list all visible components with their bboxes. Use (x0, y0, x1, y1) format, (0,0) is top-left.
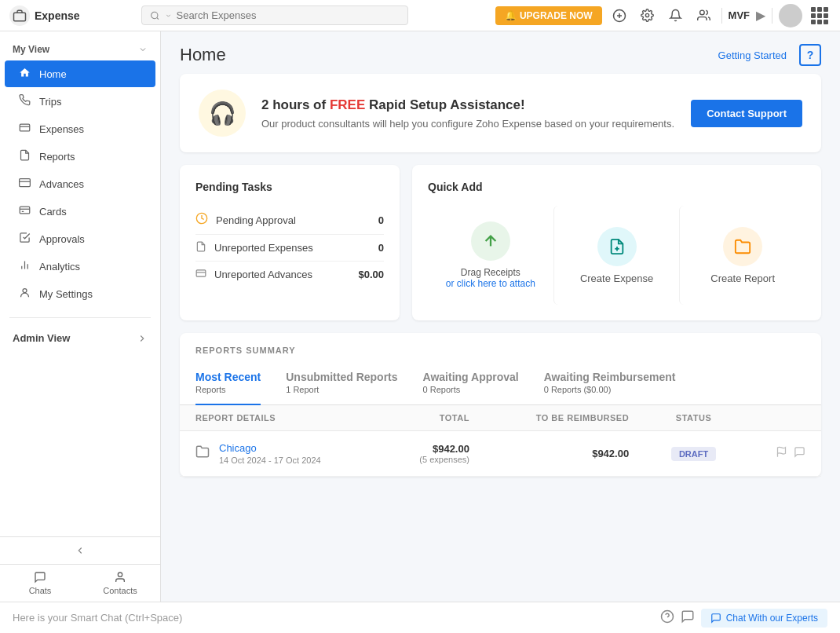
search-input[interactable] (176, 9, 400, 21)
col-status: STATUS (645, 405, 743, 431)
sidebar-collapse-btn[interactable] (0, 536, 160, 564)
contact-support-button[interactable]: Contact Support (691, 100, 802, 127)
approvals-icon (17, 232, 31, 246)
sidebar-item-approvals[interactable]: Approvals (5, 225, 155, 252)
reports-tabs: Most Recent Reports Unsubmitted Reports … (180, 364, 821, 405)
smart-chat-help-icon[interactable] (660, 609, 674, 626)
tab-awaiting-reimbursement[interactable]: Awaiting Reimbursement 0 Reports ($0.00) (544, 364, 676, 404)
upgrade-button[interactable]: 🔔 UPGRADE NOW (495, 6, 602, 25)
notifications-icon[interactable] (665, 5, 687, 27)
tab-most-recent[interactable]: Most Recent Reports (195, 364, 261, 405)
promo-text: 2 hours of FREE Rapid Setup Assistance! … (261, 97, 675, 130)
report-date: 14 Oct 2024 - 17 Oct 2024 (219, 456, 321, 465)
sidebar-item-my-settings[interactable]: My Settings (5, 280, 155, 307)
pending-approval-icon (195, 212, 208, 228)
table-header-row: REPORT DETAILS TOTAL TO BE REIMBURSED ST… (180, 405, 821, 431)
col-total: TOTAL (381, 405, 485, 431)
my-view-header[interactable]: My View (0, 39, 160, 60)
brand-name: Expense (35, 9, 80, 22)
quick-add-title: Quick Add (428, 181, 805, 193)
svg-rect-10 (19, 179, 30, 187)
chevron-right-icon (137, 333, 148, 344)
reports-section-header: REPORTS SUMMARY (180, 333, 821, 355)
apps-grid-icon[interactable] (809, 5, 831, 27)
drag-receipts-item[interactable]: Drag Receipts or click here to attach (428, 206, 553, 305)
svg-rect-12 (20, 207, 30, 214)
getting-started-link[interactable]: Getting Started (718, 49, 787, 61)
cards-row: Pending Tasks Pending Approval 0 Unrepor… (180, 165, 821, 320)
report-reimbursed: $942.00 (592, 448, 629, 459)
search-bar[interactable] (141, 5, 408, 25)
unreported-advances-row: Unreported Advances $0.00 (195, 262, 384, 287)
chevron-down-icon (165, 12, 172, 20)
svg-point-7 (700, 10, 705, 15)
svg-point-6 (645, 13, 648, 16)
report-reimbursed-cell: $942.00 (485, 431, 645, 477)
drag-receipts-icon (471, 221, 510, 261)
pending-approval-row: Pending Approval 0 (195, 206, 384, 235)
create-report-item[interactable]: Create Report (679, 206, 805, 305)
col-actions (743, 405, 821, 431)
sidebar-item-reports[interactable]: Reports (5, 143, 155, 170)
flag-icon[interactable] (776, 446, 787, 461)
smart-chat-placeholder[interactable]: Here is your Smart Chat (Ctrl+Space) (13, 612, 651, 624)
chevron-down-icon (138, 45, 148, 54)
report-total-cell: $942.00 (5 expenses) (381, 431, 485, 477)
chat-with-experts-button[interactable]: Chat With our Experts (701, 609, 827, 628)
footer-chats[interactable]: Chats (0, 565, 80, 602)
svg-line-2 (157, 17, 159, 19)
report-name[interactable]: Chicago (219, 442, 321, 454)
add-icon[interactable] (608, 5, 630, 27)
cards-icon (17, 204, 31, 218)
analytics-icon (17, 259, 31, 273)
action-icons (758, 446, 805, 461)
sidebar-item-cards[interactable]: Cards (5, 198, 155, 225)
pending-tasks-title: Pending Tasks (195, 181, 384, 193)
avatar[interactable] (779, 4, 802, 27)
page-header: Home Getting Started ? (161, 31, 840, 74)
layout: My View Home Trips Expenses (0, 31, 840, 602)
brand-logo: Expense (9, 5, 135, 26)
help-button[interactable]: ? (799, 44, 821, 66)
promo-icon: 🎧 (199, 90, 246, 137)
org-name: MVF (729, 9, 750, 21)
reports-summary-title: REPORTS SUMMARY (195, 346, 805, 355)
settings-icon[interactable] (637, 5, 659, 27)
reports-icon (17, 149, 31, 163)
divider (721, 8, 722, 24)
page-title: Home (180, 45, 226, 65)
chevron-right-icon: ▶ (756, 8, 765, 23)
svg-point-18 (23, 289, 27, 293)
create-report-icon (723, 227, 762, 266)
svg-point-19 (118, 573, 122, 576)
advances-icon (17, 177, 31, 191)
admin-view-section[interactable]: Admin View (0, 324, 160, 352)
team-icon[interactable] (693, 5, 715, 27)
chat-experts-icon (710, 613, 721, 624)
report-folder-icon (195, 445, 210, 463)
smart-chat-user-icon[interactable] (681, 609, 695, 626)
report-actions-cell (743, 431, 821, 477)
table-row: Chicago 14 Oct 2024 - 17 Oct 2024 $942.0… (180, 431, 821, 477)
sidebar-item-analytics[interactable]: Analytics (5, 253, 155, 280)
tab-unsubmitted[interactable]: Unsubmitted Reports 1 Report (286, 364, 397, 404)
search-icon (150, 10, 160, 21)
footer-contacts[interactable]: Contacts (80, 565, 160, 602)
sidebar-item-expenses[interactable]: Expenses (5, 115, 155, 142)
sidebar-item-advances[interactable]: Advances (5, 170, 155, 197)
trips-icon (17, 94, 31, 108)
smart-chat-bar: Here is your Smart Chat (Ctrl+Space) Cha… (0, 602, 840, 633)
tab-awaiting-approval[interactable]: Awaiting Approval 0 Reports (423, 364, 519, 404)
create-expense-item[interactable]: Create Expense (553, 206, 680, 305)
reports-summary-section: REPORTS SUMMARY Most Recent Reports Unsu… (180, 333, 821, 477)
unreported-expenses-row: Unreported Expenses 0 (195, 235, 384, 262)
comment-icon[interactable] (794, 446, 805, 461)
sidebar-item-trips[interactable]: Trips (5, 88, 155, 115)
contacts-icon (114, 571, 126, 584)
status-badge: DRAFT (671, 447, 716, 461)
sidebar-item-home[interactable]: Home (5, 60, 155, 87)
col-to-be-reimbursed: TO BE REIMBURSED (485, 405, 645, 431)
sidebar: My View Home Trips Expenses (0, 31, 161, 602)
quick-add-grid: Drag Receipts or click here to attach Cr… (428, 206, 805, 305)
reports-table: REPORT DETAILS TOTAL TO BE REIMBURSED ST… (180, 405, 821, 477)
